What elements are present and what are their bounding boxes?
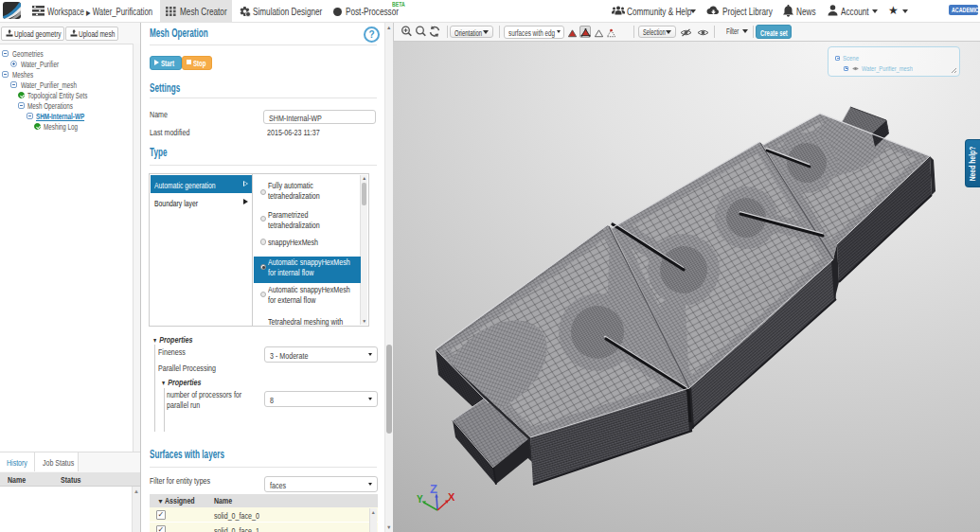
svg-text:Y: Y bbox=[417, 494, 423, 505]
svg-text:Z: Z bbox=[430, 482, 437, 496]
svg-text:X: X bbox=[448, 491, 455, 503]
